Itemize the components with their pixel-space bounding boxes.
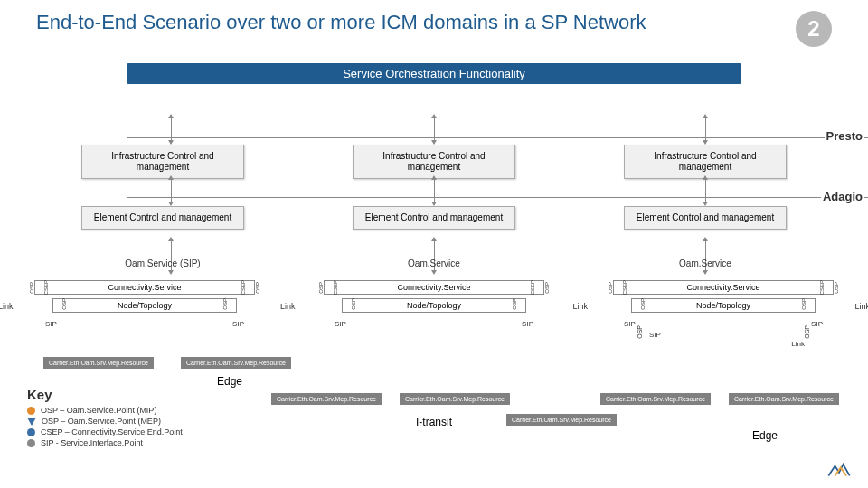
key-item: OSP – Oam.Service.Point (MEP) <box>27 417 183 426</box>
mep-resource-box: Carrier.Eth.Oam.Srv.Mep.Resource <box>181 357 291 369</box>
mep-resource-box: Carrier.Eth.Oam.Srv.Mep.Resource <box>506 414 617 426</box>
key-item: OSP – Oam.Service.Point (MIP) <box>27 406 183 415</box>
sof-bar: Service Orchestration Functionality <box>127 63 741 84</box>
connectivity-service-box: Connectivity.Service <box>613 280 834 295</box>
osp-label: OSP <box>804 325 810 339</box>
dot-blue-icon <box>27 428 35 436</box>
csep-tag: CSEP <box>333 280 338 295</box>
link-label: Link <box>791 340 805 348</box>
triangle-blue-icon <box>27 418 36 426</box>
oam-service-label: Oam.Service <box>353 258 515 268</box>
oam-service-label: Oam.Service <box>624 258 787 268</box>
sip-label: SIP <box>811 320 823 328</box>
legend-key: Key OSP – Oam.Service.Point (MIP) OSP – … <box>27 387 183 449</box>
mep-resource-box: Carrier.Eth.Oam.Srv.Mep.Resource <box>271 393 382 405</box>
key-title: Key <box>27 387 183 402</box>
itransit-label: I-transit <box>416 416 452 428</box>
link-label: Link <box>572 302 588 311</box>
mep-resource-box: Carrier.Eth.Oam.Srv.Mep.Resource <box>43 357 154 369</box>
sip-label: SIP <box>624 320 636 328</box>
domain-block: Connectivity.Service OSP CSEP CSEP OSP O… <box>597 280 850 313</box>
osp-tag: OSP <box>834 282 839 294</box>
osp-tag: OSP <box>351 298 356 310</box>
ecm-box: Element Control and management <box>624 206 787 230</box>
domain-row: Connectivity.Service OSP CSEP CSEP OSP O… <box>18 280 850 313</box>
dot-orange-icon <box>27 407 35 415</box>
key-item-label: CSEP – Connectivity.Service.End.Point <box>41 427 183 436</box>
key-item: SIP - Service.Interface.Point <box>27 438 183 447</box>
osp-tag: OSP <box>61 298 67 310</box>
node-topology-box: Node/Topology <box>52 298 237 313</box>
page-title: End-to-End Scenario over two or more ICM… <box>36 11 646 34</box>
connectivity-service-box: Connectivity.Service <box>324 280 544 295</box>
link-label: Link <box>0 302 14 311</box>
sip-label: SIP <box>335 320 346 328</box>
key-item-label: OSP – Oam.Service.Point (MEP) <box>42 417 161 426</box>
csep-tag: CSEP <box>43 280 49 295</box>
csep-tag: CSEP <box>530 280 535 295</box>
arrow-icon <box>171 179 172 202</box>
link-label: Link <box>280 302 296 311</box>
connectivity-service-box: Connectivity.Service <box>34 280 255 295</box>
sip-label: SIP <box>232 320 244 328</box>
node-topology-box: Node/Topology <box>342 298 526 313</box>
logo-icon <box>826 463 852 479</box>
icm-box: Infrastructure Control and management <box>81 145 244 179</box>
mep-resource-box: Carrier.Eth.Oam.Srv.Mep.Resource <box>729 393 839 405</box>
domain-block: Connectivity.Service OSP CSEP CSEP OSP O… <box>307 280 561 313</box>
mep-resource-box: Carrier.Eth.Oam.Srv.Mep.Resource <box>400 393 510 405</box>
node-topology-box: Node/Topology <box>631 298 816 313</box>
osp-tag: OSP <box>255 282 260 294</box>
dot-grey-icon <box>27 439 35 447</box>
oam-service-label: Oam.Service (SIP) <box>81 258 244 268</box>
divider <box>127 197 868 198</box>
csep-tag: CSEP <box>241 280 246 295</box>
adagio-label: Adagio <box>821 190 864 203</box>
osp-tag: OSP <box>318 282 324 294</box>
osp-tag: OSP <box>29 282 34 294</box>
csep-tag: CSEP <box>622 280 627 295</box>
osp-tag: OSP <box>512 298 517 310</box>
arrow-icon <box>705 179 706 202</box>
domain-block: Connectivity.Service OSP CSEP CSEP OSP O… <box>18 280 271 313</box>
sip-label: SIP <box>522 320 533 328</box>
osp-tag: OSP <box>608 282 613 294</box>
osp-label: OSP <box>637 325 643 339</box>
key-item-label: OSP – Oam.Service.Point (MIP) <box>41 406 156 415</box>
osp-tag: OSP <box>544 282 550 294</box>
edge-label: Edge <box>217 375 242 388</box>
ecm-box: Element Control and management <box>353 206 515 230</box>
key-item: CSEP – Connectivity.Service.End.Point <box>27 427 183 436</box>
sip-label: SIP <box>649 331 661 339</box>
mep-resource-box: Carrier.Eth.Oam.Srv.Mep.Resource <box>600 393 711 405</box>
edge-label: Edge <box>752 429 778 442</box>
link-label: Link <box>854 302 868 311</box>
icm-box: Infrastructure Control and management <box>353 145 515 179</box>
slide-number-badge: 2 <box>796 11 832 47</box>
icm-box: Infrastructure Control and management <box>624 145 787 179</box>
arrow-icon <box>434 179 435 202</box>
ecm-box: Element Control and management <box>81 206 244 230</box>
osp-tag: OSP <box>222 298 228 310</box>
key-item-label: SIP - Service.Interface.Point <box>41 438 143 447</box>
presto-label: Presto <box>825 129 864 143</box>
csep-tag: CSEP <box>819 280 825 295</box>
divider <box>127 137 868 138</box>
sip-label: SIP <box>45 320 57 328</box>
osp-tag: OSP <box>640 298 646 310</box>
osp-tag: OSP <box>801 298 807 310</box>
